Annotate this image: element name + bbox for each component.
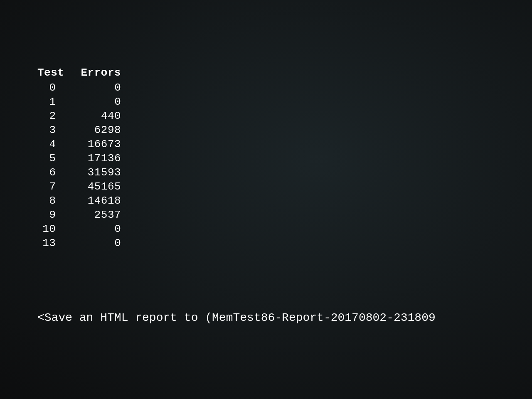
- errors-cell: 0: [64, 222, 121, 236]
- table-row: 2440: [37, 109, 121, 123]
- errors-header: Errors: [64, 66, 121, 81]
- test-number-cell: 13: [37, 236, 64, 250]
- test-number-cell: 5: [37, 151, 64, 165]
- errors-cell: 6298: [64, 123, 121, 137]
- test-header: Test: [37, 66, 64, 81]
- test-number-cell: 1: [37, 95, 64, 109]
- errors-cell: 0: [64, 81, 121, 95]
- table-row: 631593: [37, 165, 121, 180]
- errors-cell: 440: [64, 109, 121, 123]
- errors-cell: 14618: [64, 194, 121, 208]
- table-row: 517136: [37, 151, 121, 165]
- errors-cell: 2537: [64, 208, 121, 222]
- table-row: 10: [37, 95, 121, 109]
- test-number-cell: 8: [37, 194, 64, 208]
- errors-cell: 16673: [64, 137, 121, 151]
- test-number-cell: 7: [37, 180, 64, 194]
- results-table: Test Errors 0010244036298416673517136631…: [37, 66, 121, 250]
- table-row: 36298: [37, 123, 121, 137]
- table-row: 745165: [37, 180, 121, 194]
- errors-cell: 31593: [64, 165, 121, 180]
- test-number-cell: 6: [37, 165, 64, 180]
- main-content: Test Errors 0010244036298416673517136631…: [0, 0, 532, 250]
- errors-cell: 17136: [64, 151, 121, 165]
- test-number-cell: 0: [37, 81, 64, 95]
- table-row: 100: [37, 222, 121, 236]
- table-row: 416673: [37, 137, 121, 151]
- table-row: 814618: [37, 194, 121, 208]
- table-row: 00: [37, 81, 121, 95]
- test-number-cell: 2: [37, 109, 64, 123]
- bottom-bar: <Save an HTML report to (MemTest86-Repor…: [0, 311, 532, 324]
- errors-cell: 0: [64, 95, 121, 109]
- test-number-cell: 3: [37, 123, 64, 137]
- save-prompt: <Save an HTML report to (MemTest86-Repor…: [37, 311, 495, 324]
- table-row: 92537: [37, 208, 121, 222]
- test-number-cell: 9: [37, 208, 64, 222]
- errors-cell: 45165: [64, 180, 121, 194]
- errors-cell: 0: [64, 236, 121, 250]
- test-number-cell: 10: [37, 222, 64, 236]
- test-number-cell: 4: [37, 137, 64, 151]
- table-row: 130: [37, 236, 121, 250]
